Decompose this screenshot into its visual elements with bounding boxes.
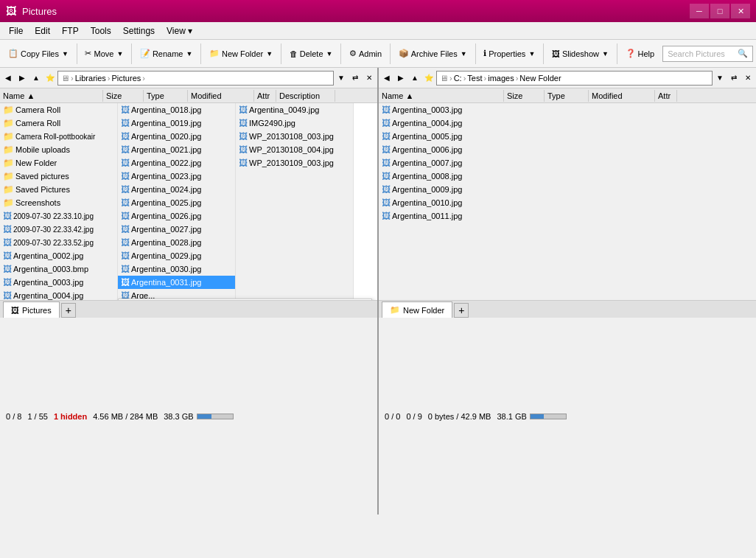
file-2009-1[interactable]: 🖼2009-07-30 22.33.10.jpg (0, 209, 117, 223)
maximize-button[interactable]: □ (710, 4, 729, 18)
right-file-arg-0009[interactable]: 🖼Argentina_0009.jpg (379, 183, 756, 196)
file-arg-0023[interactable]: 🖼Argentina_0023.jpg (118, 170, 235, 183)
file-arg-0018[interactable]: 🖼Argentina_0018.jpg (118, 103, 235, 116)
left-col-type[interactable]: Type (144, 90, 188, 102)
file-arg-0031[interactable]: 🖼Argentina_0031.jpg (118, 276, 235, 289)
left-breadcrumb[interactable]: 🖥 › Libraries › Pictures › (57, 71, 334, 86)
folder-new-folder[interactable]: 📁New Folder (0, 156, 117, 170)
right-breadcrumb[interactable]: 🖥 › C: › Test › images › New Folder (436, 71, 713, 86)
admin-button[interactable]: ⚙ Admin (344, 43, 387, 64)
right-path-test: Test (467, 74, 482, 83)
left-header: Name ▲ Size Type Modified Attr Descripti… (0, 88, 377, 103)
right-file-arg-0011[interactable]: 🖼Argentina_0011.jpg (379, 209, 756, 223)
archive-button[interactable]: 📦 Archive Files ▼ (393, 43, 472, 64)
menu-settings[interactable]: Settings (117, 24, 161, 38)
file-arg-0029[interactable]: 🖼Argentina_0029.jpg (118, 249, 235, 262)
right-col-modified[interactable]: Modified (589, 90, 655, 102)
right-back-btn[interactable]: ◀ (380, 72, 393, 85)
right-col-attr[interactable]: Attr (655, 90, 677, 102)
right-file-arg-0008[interactable]: 🖼Argentina_0008.jpg (379, 170, 756, 183)
folder-camera-roll-1[interactable]: 📁Camera Roll (0, 103, 117, 116)
right-file-arg-0006[interactable]: 🖼Argentina_0006.jpg (379, 143, 756, 156)
right-add-tab-btn[interactable]: + (454, 303, 469, 318)
menu-ftp[interactable]: FTP (56, 24, 85, 38)
file-wp-003[interactable]: 🖼WP_20130108_003.jpg (236, 130, 353, 143)
rename-button[interactable]: 📝 Rename ▼ (135, 43, 198, 64)
left-col-attr[interactable]: Attr (254, 90, 276, 102)
file-arg-0025[interactable]: 🖼Argentina_0025.jpg (118, 196, 235, 209)
folder-camera-roll-2[interactable]: 📁Camera Roll (0, 116, 117, 130)
file-arg-0002[interactable]: 🖼Argentina_0002.jpg (0, 249, 117, 262)
right-tab-new-folder[interactable]: 📁 New Folder (382, 301, 452, 318)
search-box[interactable]: Search Pictures 🔍 (662, 46, 753, 62)
right-star-btn[interactable]: ⭐ (422, 72, 435, 85)
left-up-btn[interactable]: ▲ (29, 72, 43, 85)
left-col-desc[interactable]: Description (276, 90, 335, 102)
new-folder-button[interactable]: 📁 New Folder ▼ (204, 43, 278, 64)
right-file-arg-0005[interactable]: 🖼Argentina_0005.jpg (379, 130, 756, 143)
left-tab-pictures[interactable]: 🖼 Pictures (3, 301, 60, 318)
left-forward-btn[interactable]: ▶ (15, 72, 29, 85)
file-arg-0003-bmp[interactable]: 🖼Argentina_0003.bmp (0, 262, 117, 276)
file-img2490[interactable]: 🖼IMG2490.jpg (236, 116, 353, 130)
help-icon: ❓ (626, 49, 636, 58)
right-file-arg-0004[interactable]: 🖼Argentina_0004.jpg (379, 116, 756, 130)
right-up-btn[interactable]: ▲ (408, 72, 421, 85)
folder-saved-pictures-uc[interactable]: 📁Saved Pictures (0, 183, 117, 196)
folder-saved-pictures-lc[interactable]: 📁Saved pictures (0, 170, 117, 183)
left-col-size[interactable]: Size (103, 90, 144, 102)
menu-edit[interactable]: Edit (29, 24, 56, 38)
minimize-button[interactable]: ─ (690, 4, 709, 18)
left-star-btn[interactable]: ⭐ (43, 72, 57, 85)
right-breadcrumb-arrow[interactable]: ▼ (713, 72, 727, 85)
right-close-pane-btn[interactable]: ✕ (741, 72, 755, 85)
folder-camera-roll-pott[interactable]: 📁Camera Roll-pottbookair (0, 130, 117, 143)
left-add-tab-btn[interactable]: + (61, 303, 76, 318)
slideshow-button[interactable]: 🖼 Slideshow ▼ (547, 43, 614, 64)
right-file-arg-0007[interactable]: 🖼Argentina_0007.jpg (379, 156, 756, 170)
file-2009-3[interactable]: 🖼2009-07-30 22.33.52.jpg (0, 236, 117, 249)
file-arg-0028[interactable]: 🖼Argentina_0028.jpg (118, 236, 235, 249)
file-arg-0026[interactable]: 🖼Argentina_0026.jpg (118, 209, 235, 223)
left-swap-btn[interactable]: ⇄ (349, 72, 362, 85)
right-col-name[interactable]: Name ▲ (379, 90, 504, 102)
left-back-btn[interactable]: ◀ (1, 72, 15, 85)
sep8 (543, 43, 544, 64)
menu-view[interactable]: View ▾ (161, 24, 198, 38)
properties-button[interactable]: ℹ Properties ▼ (478, 43, 540, 64)
file-arg-0021[interactable]: 🖼Argentina_0021.jpg (118, 143, 235, 156)
file-wp-004[interactable]: 🖼WP_20130108_004.jpg (236, 143, 353, 156)
file-arg-0024[interactable]: 🖼Argentina_0024.jpg (118, 183, 235, 196)
left-tab-label: Pictures (22, 306, 52, 315)
file-arg-0004[interactable]: 🖼Argentina_0004.jpg (0, 289, 117, 300)
file-2009-2[interactable]: 🖼2009-07-30 22.33.42.jpg (0, 223, 117, 236)
right-file-arg-0010[interactable]: 🖼Argentina_0010.jpg (379, 196, 756, 209)
delete-button[interactable]: 🗑 Delete ▼ (284, 43, 338, 64)
right-file-arg-0003[interactable]: 🖼Argentina_0003.jpg (379, 103, 756, 116)
file-arg-0022[interactable]: 🖼Argentina_0022.jpg (118, 156, 235, 170)
file-arg-0003[interactable]: 🖼Argentina_0003.jpg (0, 276, 117, 289)
menu-file[interactable]: File (3, 24, 29, 38)
menu-tools[interactable]: Tools (85, 24, 117, 38)
right-swap-btn[interactable]: ⇄ (727, 72, 741, 85)
file-arg-0020[interactable]: 🖼Argentina_0020.jpg (118, 130, 235, 143)
file-wp-005[interactable]: 🖼WP_20130109_003.jpg (236, 156, 353, 170)
close-button[interactable]: ✕ (731, 4, 750, 18)
file-arg-0049[interactable]: 🖼Argentina_0049.jpg (236, 103, 353, 116)
left-close-pane-btn[interactable]: ✕ (363, 72, 376, 85)
file-arg-0030[interactable]: 🖼Argentina_0030.jpg (118, 262, 235, 276)
left-breadcrumb-arrow[interactable]: ▼ (335, 72, 348, 85)
folder-screenshots[interactable]: 📁Screenshots (0, 196, 117, 209)
left-col-name[interactable]: Name ▲ (0, 90, 103, 102)
file-arg-0027[interactable]: 🖼Argentina_0027.jpg (118, 223, 235, 236)
right-forward-btn[interactable]: ▶ (394, 72, 407, 85)
sep2 (131, 43, 132, 64)
right-col-type[interactable]: Type (545, 90, 589, 102)
folder-mobile-uploads[interactable]: 📁Mobile uploads (0, 143, 117, 156)
left-col-modified[interactable]: Modified (188, 90, 254, 102)
file-arg-0019[interactable]: 🖼Argentina_0019.jpg (118, 116, 235, 130)
right-col-size[interactable]: Size (504, 90, 545, 102)
copy-files-button[interactable]: 📋 Copy Files ▼ (3, 43, 74, 64)
help-button[interactable]: ❓ Help (620, 43, 660, 64)
move-button[interactable]: ✂ Move ▼ (80, 43, 128, 64)
